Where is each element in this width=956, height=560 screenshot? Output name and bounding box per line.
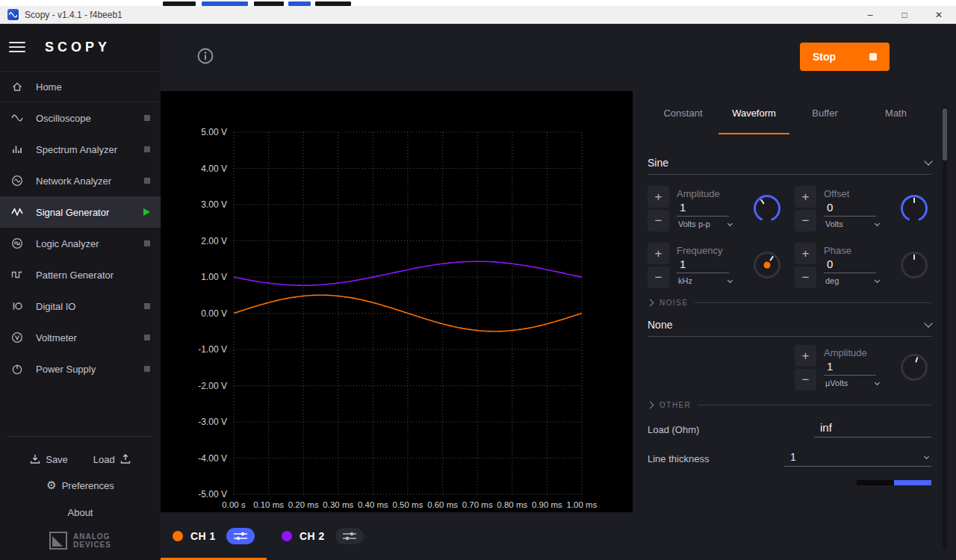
- tab-math[interactable]: Math: [860, 91, 931, 134]
- info-button[interactable]: [197, 48, 214, 67]
- noise-amplitude-unit-dropdown[interactable]: µVolts: [824, 379, 879, 388]
- run-stop-button[interactable]: Stop: [800, 43, 890, 71]
- other-section-header[interactable]: OTHER: [648, 401, 931, 409]
- phase-unit-value: deg: [825, 276, 839, 285]
- waveform-tabs: Constant Waveform Buffer Math: [648, 91, 931, 134]
- tab-waveform[interactable]: Waveform: [718, 91, 789, 134]
- about-button[interactable]: About: [0, 507, 161, 518]
- voltmeter-icon: [10, 332, 24, 343]
- load-button[interactable]: Load: [93, 453, 131, 465]
- phase-increment-button[interactable]: +: [795, 243, 816, 264]
- close-button[interactable]: ✕: [922, 6, 956, 24]
- offset-knob[interactable]: [897, 191, 931, 225]
- frequency-unit-dropdown[interactable]: kHz: [677, 276, 732, 285]
- sidebar-item-home[interactable]: Home: [0, 71, 161, 102]
- sidebar-item-digital-io[interactable]: Digital IO: [0, 290, 161, 322]
- noise-type-dropdown[interactable]: None: [648, 313, 931, 337]
- frequency-value-input[interactable]: 1: [677, 258, 729, 273]
- sidebar-item-pattern-generator[interactable]: Pattern Generator: [0, 259, 161, 290]
- scopy-app-icon: [7, 9, 19, 20]
- svg-text:0.80 ms: 0.80 ms: [497, 500, 527, 509]
- noise-type-value: None: [648, 319, 672, 331]
- channel-1-settings-button[interactable]: [226, 528, 255, 544]
- noise-amplitude-value-input[interactable]: 1: [824, 360, 876, 376]
- main-area: Stop 5.00 V4.00 V3.00 V2.00 V1.00 V0.00 …: [161, 24, 956, 560]
- stop-square-icon: [869, 53, 877, 60]
- minimize-button[interactable]: –: [853, 6, 887, 24]
- chevron-down-icon: [924, 157, 932, 165]
- section-divider: [698, 405, 932, 405]
- noise-section-label: NOISE: [659, 299, 689, 307]
- offset-control: + − Offset 0 Volts: [795, 184, 931, 233]
- amplitude-increment-button[interactable]: +: [648, 186, 669, 208]
- analog-devices-logo: ANALOG DEVICES: [0, 532, 161, 550]
- instrument-stop-indicator[interactable]: [144, 335, 150, 340]
- offset-value-input[interactable]: 0: [824, 201, 876, 217]
- sidebar-item-voltmeter[interactable]: Voltmeter: [0, 322, 161, 353]
- sidebar-item-network-analyzer[interactable]: Network Analyzer: [0, 165, 161, 196]
- maximize-button[interactable]: □: [887, 6, 922, 24]
- panel-horizontal-slider[interactable]: [857, 480, 931, 485]
- svg-text:4.00 V: 4.00 V: [201, 164, 227, 174]
- noise-amplitude-label: Amplitude: [824, 347, 897, 358]
- tab-buffer[interactable]: Buffer: [789, 91, 860, 134]
- instrument-stop-indicator[interactable]: [144, 366, 150, 372]
- load-value-input[interactable]: inf: [814, 421, 931, 438]
- instrument-stop-indicator[interactable]: [144, 146, 150, 152]
- instrument-stop-indicator[interactable]: [144, 240, 150, 246]
- instrument-stop-indicator[interactable]: [144, 115, 150, 121]
- channel-2-toggle[interactable]: CH 2: [282, 528, 391, 544]
- frequency-increment-button[interactable]: +: [648, 243, 669, 264]
- sidebar-item-logic-analyzer[interactable]: Logic Analyzer: [0, 228, 161, 259]
- noise-amplitude-increment-button[interactable]: +: [795, 345, 816, 367]
- phase-decrement-button[interactable]: −: [795, 267, 816, 288]
- sidebar-item-power-supply[interactable]: Power Supply: [0, 353, 161, 385]
- noise-amplitude-knob[interactable]: [897, 350, 931, 385]
- chevron-down-icon: [727, 277, 733, 282]
- amplitude-value-input[interactable]: 1: [677, 201, 729, 217]
- noise-section-header[interactable]: NOISE: [648, 299, 931, 307]
- amplitude-unit-dropdown[interactable]: Volts p-p: [677, 220, 732, 228]
- info-icon: [197, 48, 214, 64]
- amplitude-knob[interactable]: [750, 191, 784, 225]
- sliders-icon: [233, 532, 248, 541]
- sidebar-item-oscilloscope[interactable]: Oscilloscope: [0, 102, 161, 134]
- instrument-stop-indicator[interactable]: [144, 303, 150, 309]
- channel-1-toggle[interactable]: CH 1: [173, 528, 282, 544]
- phase-unit-dropdown[interactable]: deg: [824, 276, 879, 285]
- chevron-down-icon: [924, 453, 929, 458]
- phase-knob[interactable]: [897, 248, 931, 282]
- noise-amplitude-decrement-button[interactable]: −: [795, 369, 816, 391]
- section-divider: [695, 302, 931, 303]
- wave-type-dropdown[interactable]: Sine: [648, 151, 931, 175]
- offset-decrement-button[interactable]: −: [795, 210, 816, 231]
- frequency-knob[interactable]: [750, 248, 784, 282]
- load-label: Load (Ohm): [648, 424, 699, 435]
- amplitude-decrement-button[interactable]: −: [648, 210, 669, 231]
- frequency-decrement-button[interactable]: −: [648, 267, 669, 288]
- line-thickness-dropdown[interactable]: 1: [784, 451, 931, 467]
- panel-scrollbar-thumb[interactable]: [943, 108, 947, 161]
- chevron-down-icon: [875, 379, 880, 385]
- analog-devices-logo-icon: [49, 532, 67, 550]
- menu-toggle-button[interactable]: [9, 42, 25, 52]
- offset-unit-dropdown[interactable]: Volts: [824, 220, 879, 228]
- sidebar-item-signal-generator[interactable]: Signal Generator: [0, 196, 161, 228]
- offset-increment-button[interactable]: +: [795, 186, 816, 208]
- signal-generator-icon: [10, 206, 24, 218]
- tab-constant[interactable]: Constant: [648, 91, 718, 134]
- line-thickness-row: Line thickness 1: [648, 451, 931, 467]
- channel-2-settings-button[interactable]: [335, 528, 364, 544]
- instrument-running-indicator[interactable]: [143, 208, 150, 216]
- sidebar-item-spectrum-analyzer[interactable]: Spectrum Analyzer: [0, 134, 161, 165]
- sliders-icon: [342, 532, 357, 541]
- save-button[interactable]: Save: [29, 453, 68, 465]
- preferences-button[interactable]: ⚙ Preferences: [0, 479, 161, 492]
- instrument-stop-indicator[interactable]: [144, 178, 150, 184]
- offset-unit-value: Volts: [825, 220, 843, 228]
- stop-label: Stop: [813, 51, 836, 63]
- svg-text:0.00 V: 0.00 V: [201, 308, 227, 319]
- load-label: Load: [93, 454, 115, 465]
- sidebar-item-label: Oscilloscope: [36, 113, 91, 124]
- phase-value-input[interactable]: 0: [824, 258, 876, 273]
